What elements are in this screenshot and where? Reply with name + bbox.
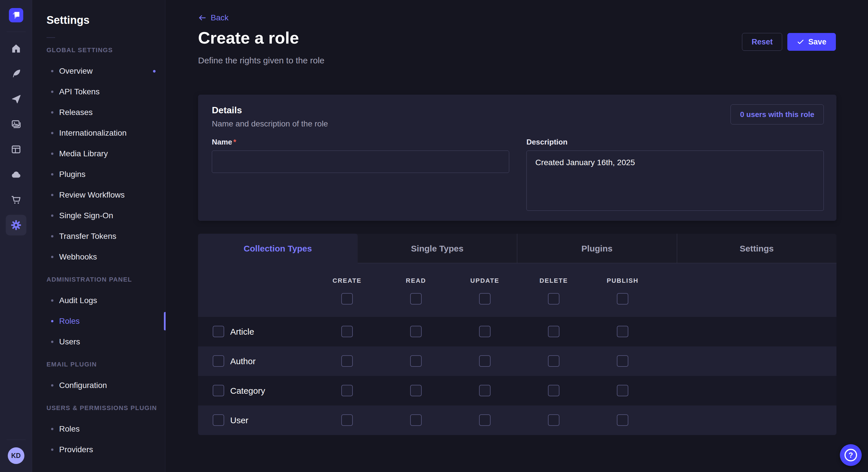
home-icon — [11, 43, 22, 54]
sidebar-item-webhooks-s0[interactable]: Webhooks — [46, 247, 165, 267]
sidebar-item-media-library-s0[interactable]: Media Library — [46, 143, 165, 164]
sidebar-item-releases-s0[interactable]: Releases — [46, 102, 165, 123]
send-icon — [11, 94, 22, 104]
user-avatar[interactable]: KD — [8, 447, 24, 464]
select-all-publish-checkbox[interactable] — [617, 293, 628, 305]
tab-plugins[interactable]: Plugins — [517, 234, 677, 263]
sidebar-item-label: Review Workflows — [59, 191, 125, 200]
sidebar-item-label: Single Sign-On — [59, 211, 113, 220]
sidebar-item-label: Roles — [59, 425, 80, 434]
sidebar-item-roles-s3[interactable]: Roles — [46, 419, 165, 439]
details-fields: Name* Description Created January 16th, … — [212, 138, 824, 212]
author-create-checkbox[interactable] — [341, 355, 353, 367]
article-publish-checkbox[interactable] — [617, 326, 628, 337]
strapi-logo[interactable] — [9, 8, 23, 22]
nav-gear-button[interactable] — [0, 212, 32, 238]
category-publish-checkbox[interactable] — [617, 385, 628, 396]
sidebar-item-label: Plugins — [59, 170, 86, 179]
sidebar-item-users-s1[interactable]: Users — [46, 332, 165, 352]
settings-subnav: Settings GLOBAL SETTINGSOverviewAPI Toke… — [32, 0, 165, 472]
sidebar-item-roles-s1[interactable]: Roles — [46, 311, 165, 332]
nav-media-button[interactable] — [0, 111, 32, 137]
row-checkbox-article[interactable] — [213, 326, 224, 337]
author-read-checkbox[interactable] — [410, 355, 422, 367]
row-checkbox-user[interactable] — [213, 414, 224, 426]
article-delete-checkbox[interactable] — [548, 326, 559, 337]
sidebar-item-audit-logs-s1[interactable]: Audit Logs — [46, 290, 165, 311]
bullet-icon — [51, 153, 53, 155]
subnav-section-header: EMAIL PLUGIN — [46, 361, 165, 368]
app: KD Settings GLOBAL SETTINGSOverviewAPI T… — [0, 0, 868, 472]
bullet-icon — [51, 428, 53, 430]
article-update-checkbox[interactable] — [479, 326, 491, 337]
tab-single-types[interactable]: Single Types — [358, 234, 517, 263]
category-read-checkbox[interactable] — [410, 385, 422, 396]
sidebar-item-configuration-s2[interactable]: Configuration — [46, 375, 165, 396]
nav-home-button[interactable] — [0, 36, 32, 61]
sidebar-item-plugins-s0[interactable]: Plugins — [46, 164, 165, 185]
reset-button[interactable]: Reset — [742, 33, 782, 51]
sidebar-item-label: Roles — [59, 316, 80, 326]
user-update-checkbox[interactable] — [479, 414, 491, 426]
article-read-checkbox[interactable] — [410, 326, 422, 337]
user-create-checkbox[interactable] — [341, 414, 353, 426]
sidebar-item-api-tokens-s0[interactable]: API Tokens — [46, 81, 165, 102]
help-button[interactable]: ? — [840, 444, 862, 466]
bullet-icon — [51, 235, 53, 237]
back-link[interactable]: Back — [198, 13, 228, 22]
table-row-category: Category — [198, 376, 836, 405]
row-checkbox-author[interactable] — [213, 355, 224, 367]
save-button[interactable]: Save — [787, 33, 836, 51]
cloud-icon — [11, 169, 22, 180]
nav-feather-button[interactable] — [0, 61, 32, 86]
sidebar-item-label: API Tokens — [59, 87, 100, 96]
sidebar-item-label: Overview — [59, 67, 93, 76]
users-with-role-button[interactable]: 0 users with this role — [731, 104, 824, 125]
category-delete-checkbox[interactable] — [548, 385, 559, 396]
check-icon — [797, 38, 804, 45]
nav-layout-button[interactable] — [0, 137, 32, 162]
table-row-author: Author — [198, 346, 836, 376]
name-input[interactable] — [212, 150, 509, 173]
description-textarea[interactable]: Created January 16th, 2025 — [526, 150, 824, 211]
user-delete-checkbox[interactable] — [548, 414, 559, 426]
category-update-checkbox[interactable] — [479, 385, 491, 396]
title-rule — [46, 37, 55, 38]
author-update-checkbox[interactable] — [479, 355, 491, 367]
tab-settings[interactable]: Settings — [677, 234, 837, 263]
author-publish-checkbox[interactable] — [617, 355, 628, 367]
media-icon — [11, 119, 22, 130]
bullet-icon — [51, 299, 53, 302]
details-card: Details Name and description of the role… — [198, 95, 836, 221]
sidebar-item-label: Releases — [59, 108, 93, 117]
select-all-read-checkbox[interactable] — [410, 293, 422, 305]
author-delete-checkbox[interactable] — [548, 355, 559, 367]
subnav-sections: GLOBAL SETTINGSOverviewAPI TokensRelease… — [46, 46, 165, 460]
nav-cloud-button[interactable] — [0, 162, 32, 187]
category-create-checkbox[interactable] — [341, 385, 353, 396]
row-label: Article — [230, 317, 254, 346]
sidebar-item-review-workflows-s0[interactable]: Review Workflows — [46, 185, 165, 205]
sidebar-item-single-sign-on-s0[interactable]: Single Sign-On — [46, 205, 165, 226]
user-publish-checkbox[interactable] — [617, 414, 628, 426]
sidebar-item-providers-s3[interactable]: Providers — [46, 439, 165, 460]
bullet-icon — [51, 91, 53, 93]
permissions-section: Collection TypesSingle TypesPluginsSetti… — [198, 234, 836, 435]
bullet-icon — [51, 194, 53, 196]
select-all-delete-checkbox[interactable] — [548, 293, 559, 305]
sidebar-item-transfer-tokens-s0[interactable]: Transfer Tokens — [46, 226, 165, 247]
user-read-checkbox[interactable] — [410, 414, 422, 426]
select-all-update-checkbox[interactable] — [479, 293, 491, 305]
row-checkbox-category[interactable] — [213, 385, 224, 396]
select-all-create-checkbox[interactable] — [341, 293, 353, 305]
cart-icon — [11, 194, 22, 205]
divider — [7, 440, 26, 440]
sidebar-item-overview-s0[interactable]: Overview — [46, 61, 165, 81]
sidebar-item-internationalization-s0[interactable]: Internationalization — [46, 123, 165, 143]
article-create-checkbox[interactable] — [341, 326, 353, 337]
back-arrow-icon — [198, 13, 207, 22]
nav-send-button[interactable] — [0, 86, 32, 111]
tab-collection-types[interactable]: Collection Types — [198, 234, 358, 263]
nav-cart-button[interactable] — [0, 187, 32, 212]
column-header-create: CREATE — [318, 277, 376, 284]
